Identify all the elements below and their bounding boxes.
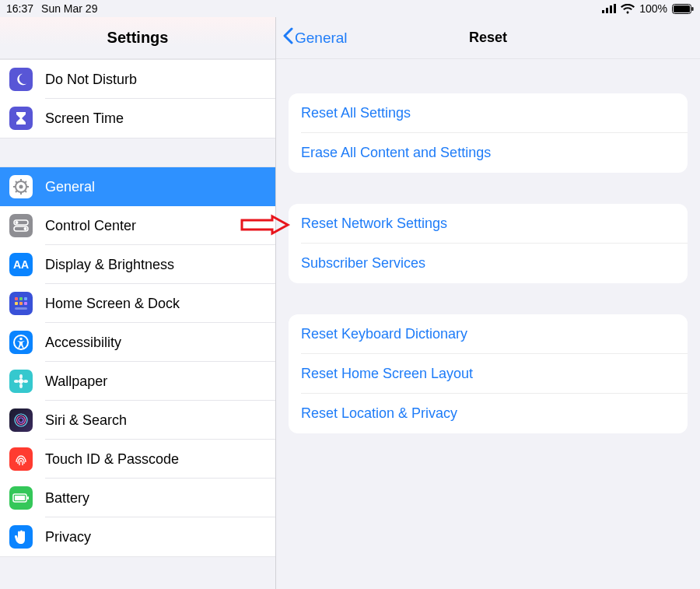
reset-all-settings[interactable]: Reset All Settings: [289, 93, 688, 133]
aa-icon: AA: [9, 253, 33, 276]
svg-line-14: [25, 191, 26, 192]
reset-network-settings[interactable]: Reset Network Settings: [289, 204, 688, 244]
sidebar-item-label: Touch ID & Passcode: [45, 451, 179, 468]
row-label: Reset Location & Privacy: [301, 405, 457, 421]
sidebar-item-control-center[interactable]: Control Center: [0, 206, 275, 245]
sidebar-group-a: Do Not Disturb Screen Time: [0, 59, 275, 138]
svg-rect-3: [614, 4, 616, 13]
sidebar-item-label: Privacy: [45, 529, 91, 545]
row-label: Subscriber Services: [301, 255, 425, 271]
hand-icon: [9, 525, 33, 549]
sidebar-item-label: Accessibility: [45, 335, 121, 351]
gear-icon: [9, 175, 33, 198]
svg-rect-21: [15, 297, 18, 300]
wifi-icon: [621, 4, 635, 14]
svg-rect-39: [15, 496, 25, 500]
subscriber-services[interactable]: Subscriber Services: [289, 244, 688, 283]
sidebar-item-do-not-disturb[interactable]: Do Not Disturb: [0, 60, 275, 99]
sidebar-item-privacy[interactable]: Privacy: [0, 517, 275, 556]
svg-line-15: [25, 181, 26, 183]
svg-point-36: [17, 416, 26, 425]
row-label: Reset Network Settings: [301, 216, 447, 231]
status-date: Sun Mar 29: [41, 2, 97, 15]
svg-point-29: [19, 338, 23, 341]
svg-point-30: [19, 379, 23, 384]
reset-keyboard-dictionary[interactable]: Reset Keyboard Dictionary: [289, 314, 688, 354]
row-label: Erase All Content and Settings: [301, 145, 491, 160]
person-circle-icon: [9, 331, 33, 354]
row-label: Reset All Settings: [301, 105, 411, 121]
reset-group-3: Reset Keyboard Dictionary Reset Home Scr…: [289, 314, 688, 433]
sidebar-item-label: General: [45, 179, 95, 195]
sidebar-item-display-brightness[interactable]: AA Display & Brightness: [0, 245, 275, 284]
svg-point-33: [14, 380, 19, 383]
svg-rect-40: [27, 496, 29, 500]
sidebar-group-b: General Control Center AA Display & Brig…: [0, 167, 275, 557]
reset-location-privacy[interactable]: Reset Location & Privacy: [289, 394, 688, 433]
svg-rect-27: [15, 307, 27, 310]
svg-rect-23: [24, 297, 27, 300]
switches-icon: [9, 214, 33, 237]
row-label: Reset Keyboard Dictionary: [301, 326, 467, 342]
svg-point-37: [19, 418, 23, 422]
sidebar-item-label: Control Center: [45, 218, 136, 234]
svg-rect-5: [674, 5, 690, 12]
svg-point-34: [23, 380, 28, 383]
sidebar-title: Settings: [0, 17, 275, 59]
svg-rect-22: [19, 297, 23, 300]
sidebar-item-label: Wallpaper: [45, 373, 107, 390]
svg-point-8: [19, 185, 23, 189]
chevron-left-icon: [282, 27, 293, 48]
battery-icon: [9, 486, 33, 510]
siri-icon: [9, 408, 33, 432]
status-bar: 16:37 Sun Mar 29 100%: [0, 0, 700, 17]
erase-all-content[interactable]: Erase All Content and Settings: [289, 133, 688, 173]
sidebar-item-siri-search[interactable]: Siri & Search: [0, 401, 275, 440]
sidebar-item-label: Battery: [45, 490, 89, 507]
svg-rect-6: [692, 7, 694, 11]
reset-group-2: Reset Network Settings Subscriber Servic…: [289, 204, 688, 283]
svg-point-32: [19, 384, 23, 388]
detail-pane: General Reset Reset All Settings Erase A…: [276, 17, 700, 589]
sidebar-item-wallpaper[interactable]: Wallpaper: [0, 362, 275, 401]
signal-icon: [602, 4, 616, 13]
sidebar-item-label: Siri & Search: [45, 412, 127, 429]
sidebar-item-accessibility[interactable]: Accessibility: [0, 323, 275, 362]
sidebar-item-label: Home Screen & Dock: [45, 296, 180, 312]
fingerprint-icon: [9, 447, 33, 471]
back-button[interactable]: General: [282, 27, 348, 48]
svg-line-13: [16, 181, 17, 183]
sidebar-item-label: Do Not Disturb: [45, 72, 137, 88]
svg-point-31: [19, 374, 23, 379]
svg-rect-24: [15, 302, 18, 305]
svg-line-16: [16, 191, 17, 192]
detail-header: General Reset: [276, 17, 700, 59]
svg-point-20: [24, 227, 27, 230]
row-label: Reset Home Screen Layout: [301, 366, 473, 381]
sidebar-item-battery[interactable]: Battery: [0, 479, 275, 517]
svg-rect-1: [606, 8, 608, 13]
svg-rect-25: [19, 302, 23, 305]
svg-rect-2: [610, 5, 612, 13]
status-time: 16:37: [6, 2, 33, 15]
moon-icon: [9, 68, 33, 91]
svg-rect-0: [602, 10, 604, 13]
svg-rect-26: [24, 302, 27, 305]
battery-icon: [672, 4, 694, 14]
sidebar-item-screen-time[interactable]: Screen Time: [0, 99, 275, 138]
hourglass-icon: [9, 107, 33, 130]
sidebar-item-general[interactable]: General: [0, 167, 275, 206]
battery-pct: 100%: [639, 2, 667, 15]
sidebar-item-label: Screen Time: [45, 110, 124, 127]
flower-icon: [9, 370, 33, 393]
reset-home-screen-layout[interactable]: Reset Home Screen Layout: [289, 354, 688, 394]
sidebar-item-label: Display & Brightness: [45, 257, 174, 273]
reset-group-1: Reset All Settings Erase All Content and…: [289, 93, 688, 173]
svg-point-18: [16, 221, 19, 224]
back-button-label: General: [295, 30, 348, 47]
sidebar-item-home-dock[interactable]: Home Screen & Dock: [0, 284, 275, 323]
settings-sidebar: Settings Do Not Disturb Screen Time: [0, 17, 276, 589]
sidebar-item-touchid-passcode[interactable]: Touch ID & Passcode: [0, 440, 275, 479]
grid-icon: [9, 292, 33, 315]
